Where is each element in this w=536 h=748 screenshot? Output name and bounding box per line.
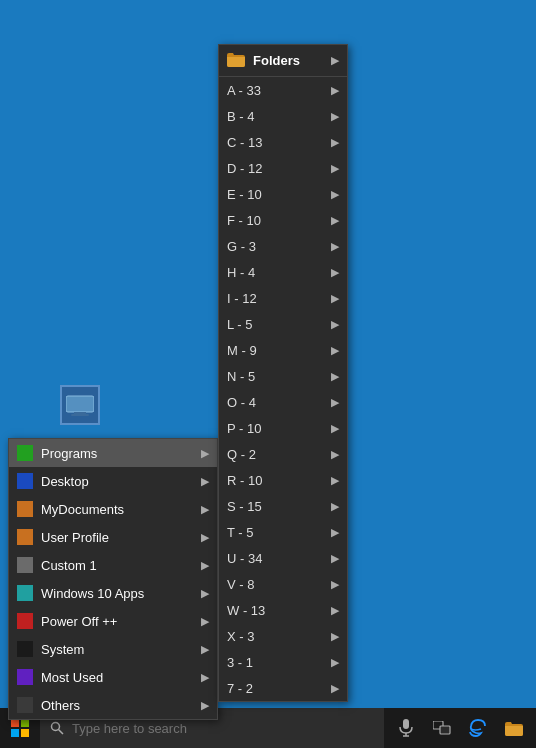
folder-item[interactable]: R - 10 ▶ xyxy=(219,467,347,493)
taskbar-right-icons xyxy=(384,708,536,748)
menu-item-win10apps[interactable]: Windows 10 Apps ▶ xyxy=(9,579,217,607)
desktop-arrow: ▶ xyxy=(201,475,209,488)
menu-item-system[interactable]: System ▶ xyxy=(9,635,217,663)
win10apps-color xyxy=(17,585,33,601)
folder-item-label: H - 4 xyxy=(227,265,331,280)
folder-item-label: F - 10 xyxy=(227,213,331,228)
menu-item-mydocuments[interactable]: MyDocuments ▶ xyxy=(9,495,217,523)
menu-item-programs[interactable]: Programs ▶ xyxy=(9,439,217,467)
svg-rect-13 xyxy=(440,726,450,734)
folder-item-arrow: ▶ xyxy=(331,292,339,305)
svg-rect-2 xyxy=(71,414,89,416)
folder-item-arrow: ▶ xyxy=(331,396,339,409)
folder-item[interactable]: O - 4 ▶ xyxy=(219,389,347,415)
task-view-icon[interactable] xyxy=(426,708,458,748)
mydocuments-color xyxy=(17,501,33,517)
folder-item[interactable]: V - 8 ▶ xyxy=(219,571,347,597)
folder-item-label: L - 5 xyxy=(227,317,331,332)
folder-item[interactable]: A - 33 ▶ xyxy=(219,77,347,103)
folder-item-label: 7 - 2 xyxy=(227,681,331,696)
folder-item[interactable]: Q - 2 ▶ xyxy=(219,441,347,467)
menu-item-custom[interactable]: Custom 1 ▶ xyxy=(9,551,217,579)
others-arrow: ▶ xyxy=(201,699,209,712)
others-color xyxy=(17,697,33,713)
folder-item[interactable]: G - 3 ▶ xyxy=(219,233,347,259)
folder-item[interactable]: X - 3 ▶ xyxy=(219,623,347,649)
folder-item-arrow: ▶ xyxy=(331,214,339,227)
menu-item-poweroff[interactable]: Power Off ++ ▶ xyxy=(9,607,217,635)
folder-item-label: W - 13 xyxy=(227,603,331,618)
programs-arrow: ▶ xyxy=(201,447,209,460)
folder-item-arrow: ▶ xyxy=(331,656,339,669)
desktop-icon-image xyxy=(60,385,100,425)
folder-item[interactable]: I - 12 ▶ xyxy=(219,285,347,311)
folder-item[interactable]: S - 15 ▶ xyxy=(219,493,347,519)
svg-rect-3 xyxy=(11,719,19,727)
svg-line-8 xyxy=(59,730,64,735)
poweroff-arrow: ▶ xyxy=(201,615,209,628)
folder-item-label: U - 34 xyxy=(227,551,331,566)
folder-item[interactable]: H - 4 ▶ xyxy=(219,259,347,285)
folder-item[interactable]: D - 12 ▶ xyxy=(219,155,347,181)
folder-item-arrow: ▶ xyxy=(331,526,339,539)
search-input[interactable] xyxy=(72,721,374,736)
folder-item-label: V - 8 xyxy=(227,577,331,592)
mydocuments-label: MyDocuments xyxy=(41,502,197,517)
explorer-icon[interactable] xyxy=(498,708,530,748)
folder-item[interactable]: M - 9 ▶ xyxy=(219,337,347,363)
menu-item-mostused[interactable]: Most Used ▶ xyxy=(9,663,217,691)
userprofile-arrow: ▶ xyxy=(201,531,209,544)
folder-item[interactable]: U - 34 ▶ xyxy=(219,545,347,571)
folder-item[interactable]: F - 10 ▶ xyxy=(219,207,347,233)
folder-item[interactable]: 3 - 1 ▶ xyxy=(219,649,347,675)
mostused-color xyxy=(17,669,33,685)
menu-item-userprofile[interactable]: User Profile ▶ xyxy=(9,523,217,551)
system-label: System xyxy=(41,642,197,657)
folder-item-arrow: ▶ xyxy=(331,474,339,487)
folder-item-label: T - 5 xyxy=(227,525,331,540)
mostused-label: Most Used xyxy=(41,670,197,685)
custom-arrow: ▶ xyxy=(201,559,209,572)
folder-item-arrow: ▶ xyxy=(331,266,339,279)
others-label: Others xyxy=(41,698,197,713)
search-icon xyxy=(50,721,64,735)
folder-item[interactable]: C - 13 ▶ xyxy=(219,129,347,155)
folder-item-label: C - 13 xyxy=(227,135,331,150)
folder-item[interactable]: L - 5 ▶ xyxy=(219,311,347,337)
folder-item-arrow: ▶ xyxy=(331,370,339,383)
microphone-icon[interactable] xyxy=(390,708,422,748)
menu-item-desktop[interactable]: Desktop ▶ xyxy=(9,467,217,495)
win10apps-label: Windows 10 Apps xyxy=(41,586,197,601)
folder-item-label: P - 10 xyxy=(227,421,331,436)
folder-items-list: A - 33 ▶ B - 4 ▶ C - 13 ▶ D - 12 ▶ E - 1… xyxy=(219,77,347,701)
folder-icon xyxy=(227,52,245,70)
folder-item[interactable]: W - 13 ▶ xyxy=(219,597,347,623)
svg-rect-6 xyxy=(21,729,29,737)
folder-item-label: A - 33 xyxy=(227,83,331,98)
folder-item-label: G - 3 xyxy=(227,239,331,254)
folders-arrow: ▶ xyxy=(331,54,339,67)
folder-item-label: O - 4 xyxy=(227,395,331,410)
menu-item-others[interactable]: Others ▶ xyxy=(9,691,217,719)
poweroff-label: Power Off ++ xyxy=(41,614,197,629)
folder-item[interactable]: 7 - 2 ▶ xyxy=(219,675,347,701)
edge-icon[interactable] xyxy=(462,708,494,748)
folder-item-label: B - 4 xyxy=(227,109,331,124)
folder-item[interactable]: E - 10 ▶ xyxy=(219,181,347,207)
svg-rect-4 xyxy=(21,719,29,727)
folders-header: Folders ▶ xyxy=(219,45,347,77)
svg-rect-5 xyxy=(11,729,19,737)
mostused-arrow: ▶ xyxy=(201,671,209,684)
folder-item-arrow: ▶ xyxy=(331,240,339,253)
folder-item[interactable]: T - 5 ▶ xyxy=(219,519,347,545)
folder-item-arrow: ▶ xyxy=(331,84,339,97)
folder-item-arrow: ▶ xyxy=(331,188,339,201)
context-menu: Programs ▶ Desktop ▶ MyDocuments ▶ User … xyxy=(8,438,218,720)
folder-item-arrow: ▶ xyxy=(331,136,339,149)
desktop-icon[interactable] xyxy=(40,370,120,440)
folder-item[interactable]: N - 5 ▶ xyxy=(219,363,347,389)
folder-item[interactable]: P - 10 ▶ xyxy=(219,415,347,441)
folder-item[interactable]: B - 4 ▶ xyxy=(219,103,347,129)
folder-item-label: Q - 2 xyxy=(227,447,331,462)
svg-point-7 xyxy=(52,723,60,731)
